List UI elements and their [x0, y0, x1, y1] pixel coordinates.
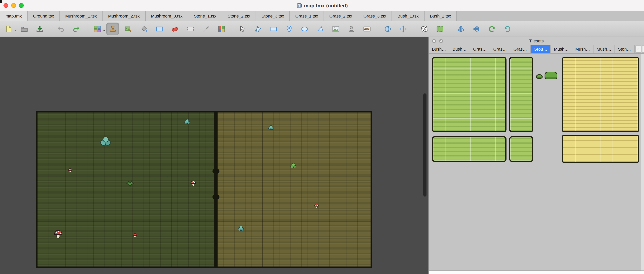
- tool-icon: [124, 25, 132, 33]
- close-button[interactable]: [4, 3, 8, 8]
- document-tab[interactable]: Grass_2.tsx: [324, 11, 358, 21]
- tileset-scrollbar[interactable]: [641, 54, 644, 270]
- tileset-tab-controls: [634, 45, 644, 53]
- flip-horizontal-button[interactable]: [454, 23, 467, 35]
- tileset-block-grass-small[interactable]: [509, 57, 533, 132]
- tilesets-panel-header: Tilesets: [429, 37, 644, 45]
- tileset-tab[interactable]: Bush…: [429, 45, 450, 53]
- tileset-tab[interactable]: Grou…: [530, 45, 551, 53]
- map-vertical-scrollbar[interactable]: [424, 93, 426, 197]
- world-tool-button[interactable]: [382, 23, 394, 35]
- terrain-brush-button[interactable]: [122, 23, 134, 35]
- document-tab[interactable]: Bush_2.tsx: [424, 11, 457, 21]
- tileset-tab[interactable]: Gras…: [490, 45, 510, 53]
- insert-tile-button[interactable]: [330, 23, 342, 35]
- rotate-left-button[interactable]: [486, 23, 498, 35]
- tileset-tab[interactable]: Ston…: [615, 45, 634, 53]
- same-tile-select-button[interactable]: [215, 23, 228, 35]
- bucket-fill-button[interactable]: [138, 23, 150, 35]
- random-mode-button[interactable]: [418, 23, 430, 35]
- insert-rectangle-button[interactable]: [267, 23, 280, 35]
- undo-button[interactable]: [54, 23, 67, 35]
- mushroom-decoration: [190, 180, 196, 186]
- tool-icon: [347, 25, 355, 33]
- tileset-tab[interactable]: Mush…: [594, 45, 615, 53]
- tileset-block-grass-wide[interactable]: [432, 136, 506, 162]
- document-tab[interactable]: map.tmx: [0, 11, 28, 21]
- tool-icon: [93, 25, 101, 33]
- tool-icon: [285, 25, 293, 33]
- document-tab[interactable]: Stone_2.tsx: [222, 11, 256, 21]
- mushroom-decoration: [53, 229, 63, 239]
- document-tab[interactable]: Stone_1.tsx: [188, 11, 222, 21]
- tileset-block-grass-narrow[interactable]: [509, 136, 533, 162]
- magic-wand-button[interactable]: [200, 23, 212, 35]
- document-tab[interactable]: Mushroom_3.tsx: [146, 11, 188, 21]
- tool-icon: [171, 25, 179, 33]
- document-tab-label: Bush_2.tsx: [430, 14, 451, 18]
- document-tab[interactable]: Mushroom_2.tsx: [103, 11, 146, 21]
- new-map-button[interactable]: [2, 23, 15, 35]
- tabs-scroll-left-button[interactable]: [635, 46, 641, 53]
- open-button[interactable]: [18, 23, 30, 35]
- select-objects-button[interactable]: [236, 23, 248, 35]
- insert-polygon-button[interactable]: [314, 23, 326, 35]
- insert-template-button[interactable]: [345, 23, 357, 35]
- map-seam-bump: [212, 169, 220, 174]
- layer-offset-button[interactable]: [397, 23, 410, 35]
- shape-fill-button[interactable]: [153, 23, 166, 35]
- insert-point-button[interactable]: [283, 23, 295, 35]
- tileset-block-sand-wide[interactable]: [562, 135, 639, 163]
- document-tab[interactable]: Grass_3.tsx: [358, 11, 392, 21]
- tileset-decor-tuft[interactable]: [544, 72, 558, 79]
- bottom-dock-edge: [429, 270, 644, 274]
- document-tab[interactable]: Ground.tsx: [28, 11, 60, 21]
- tool-icon: [4, 25, 12, 33]
- tileset-tab-label: Gras…: [514, 47, 527, 51]
- tabs-scroll-right-button[interactable]: [642, 46, 644, 53]
- stamp-brush-button[interactable]: [106, 23, 119, 35]
- tileset-view[interactable]: [429, 54, 644, 270]
- stamps-button[interactable]: [91, 23, 103, 35]
- screen-corner-artifact: [0, 0, 2, 3]
- tool-icon: [202, 25, 210, 33]
- insert-text-button[interactable]: Abc: [360, 23, 373, 35]
- zoom-button[interactable]: [19, 3, 24, 8]
- tileset-tab-label: Ston…: [618, 47, 631, 51]
- tileset-tab[interactable]: Gras…: [470, 45, 490, 53]
- document-tab-label: Bush_1.tsx: [398, 14, 419, 18]
- minimize-button[interactable]: [11, 3, 16, 8]
- document-tab-label: Grass_1.tsx: [295, 14, 318, 18]
- automap-button[interactable]: [434, 23, 446, 35]
- panel-float-button[interactable]: [438, 38, 444, 43]
- redo-button[interactable]: [70, 23, 82, 35]
- tileset-block-grass-large[interactable]: [432, 57, 506, 132]
- document-tab[interactable]: Stone_3.tsx: [256, 11, 290, 21]
- tool-icon: [420, 25, 428, 33]
- document-tab[interactable]: Mushroom_1.tsx: [60, 11, 103, 21]
- insert-ellipse-button[interactable]: [298, 23, 311, 35]
- tileset-tab[interactable]: Mush…: [551, 45, 572, 53]
- document-tab[interactable]: Bush_1.tsx: [392, 11, 424, 21]
- tileset-tab[interactable]: Bush…: [450, 45, 470, 53]
- tileset-block-sand-large[interactable]: [562, 57, 639, 132]
- panel-title: Tilesets: [529, 39, 544, 43]
- save-button[interactable]: [34, 23, 46, 35]
- tileset-tab[interactable]: Gras…: [510, 45, 530, 53]
- tool-icon: [72, 25, 80, 33]
- bush-decoration: [290, 162, 297, 169]
- panel-close-button[interactable]: [432, 38, 436, 43]
- tileset-decor-tuft[interactable]: [536, 74, 542, 79]
- tool-icon: [56, 25, 65, 33]
- tileset-tab[interactable]: Mush…: [572, 45, 594, 53]
- rotate-right-button[interactable]: [501, 23, 514, 35]
- rect-select-button[interactable]: [184, 23, 196, 35]
- document-tab[interactable]: Grass_1.tsx: [290, 11, 324, 21]
- eraser-button[interactable]: [168, 23, 181, 35]
- flip-vertical-button[interactable]: [470, 23, 482, 35]
- map-canvas[interactable]: [36, 111, 372, 268]
- tileset-tab-label: Bush…: [432, 47, 446, 51]
- tool-icon: [186, 25, 194, 33]
- edit-polygons-button[interactable]: [252, 23, 264, 35]
- map-view[interactable]: [0, 37, 429, 274]
